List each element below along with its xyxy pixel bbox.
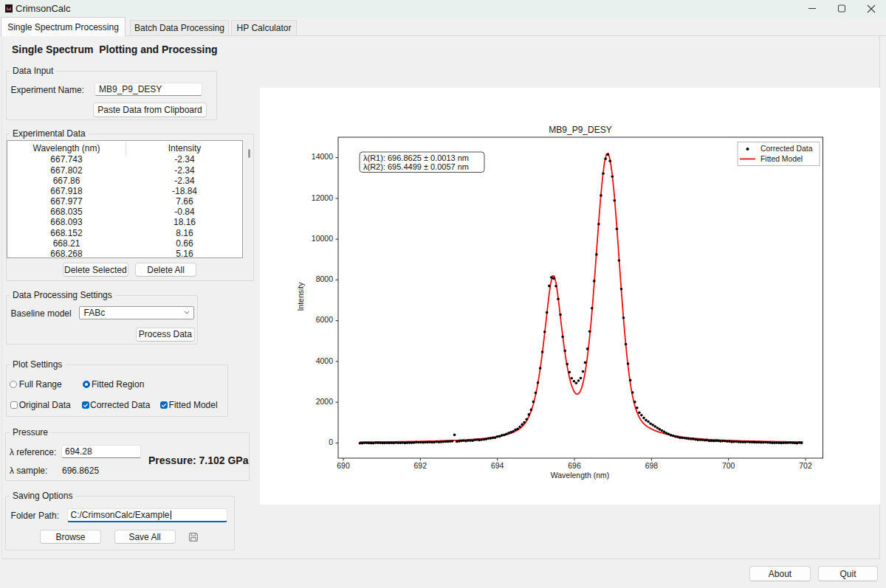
svg-text:Intensity: Intensity [296, 282, 305, 311]
svg-text:0: 0 [329, 437, 333, 446]
svg-text:14000: 14000 [312, 152, 333, 161]
svg-text:Corrected Data: Corrected Data [760, 145, 813, 153]
svg-text:12000: 12000 [312, 193, 333, 202]
svg-text:700: 700 [722, 461, 735, 470]
svg-text:MB9_P9_DESY: MB9_P9_DESY [549, 125, 611, 135]
svg-text:2000: 2000 [316, 397, 334, 406]
svg-text:λ(R1): 696.8625 ± 0.0013 nm: λ(R1): 696.8625 ± 0.0013 nm [363, 153, 469, 162]
svg-text:4000: 4000 [316, 356, 334, 365]
svg-text:698: 698 [645, 461, 659, 470]
svg-text:6000: 6000 [316, 315, 334, 324]
svg-text:Fitted Model: Fitted Model [760, 155, 803, 163]
svg-text:10000: 10000 [312, 234, 333, 243]
svg-text:8000: 8000 [316, 274, 334, 283]
svg-text:690: 690 [337, 461, 350, 470]
svg-text:702: 702 [799, 461, 812, 470]
svg-text:λ(R2): 695.4499 ± 0.0057 nm: λ(R2): 695.4499 ± 0.0057 nm [363, 162, 469, 171]
svg-text:692: 692 [414, 461, 427, 470]
svg-text:696: 696 [568, 461, 581, 470]
svg-text:694: 694 [491, 461, 504, 470]
svg-text:Wavelength (nm): Wavelength (nm) [551, 471, 610, 480]
